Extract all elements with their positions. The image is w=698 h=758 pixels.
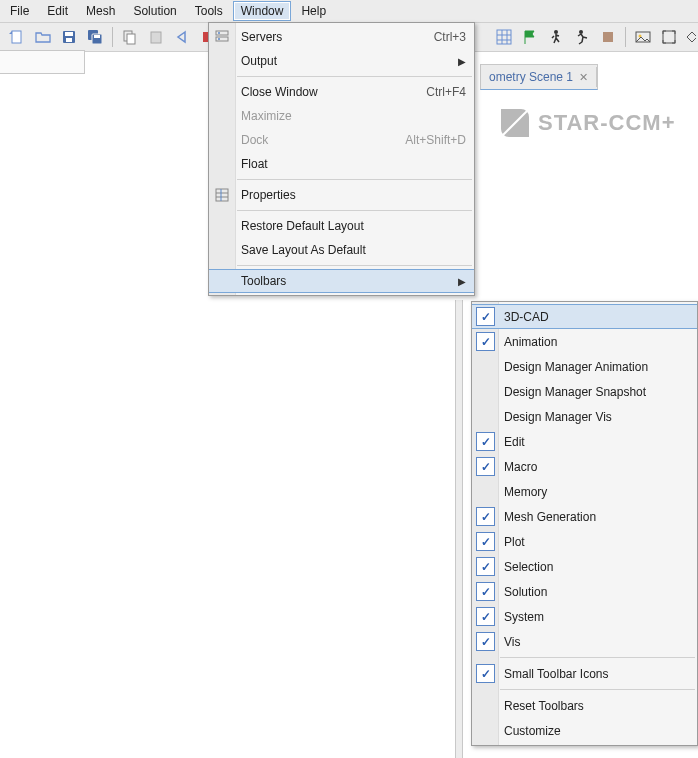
svg-rect-22 bbox=[216, 31, 228, 35]
menu-item-close-window[interactable]: Close WindowCtrl+F4 bbox=[209, 80, 474, 104]
submenu-item-label: Reset Toolbars bbox=[504, 699, 584, 713]
copy-icon[interactable] bbox=[118, 25, 142, 49]
stop-icon[interactable] bbox=[596, 25, 620, 49]
menu-solution[interactable]: Solution bbox=[125, 1, 184, 21]
submenu-item-label: Vis bbox=[504, 635, 520, 649]
submenu-item-label: Customize bbox=[504, 724, 561, 738]
menu-item-properties[interactable]: Properties bbox=[209, 183, 474, 207]
svg-point-17 bbox=[579, 30, 583, 34]
svg-rect-23 bbox=[216, 37, 228, 41]
svg-point-16 bbox=[554, 30, 558, 34]
menu-item-output[interactable]: Output▶ bbox=[209, 49, 474, 73]
toolbar-option-macro[interactable]: ✓Macro bbox=[472, 454, 697, 479]
menu-item-label: Toolbars bbox=[241, 274, 286, 288]
menu-separator bbox=[500, 657, 695, 658]
toolbar-option-mesh-generation[interactable]: ✓Mesh Generation bbox=[472, 504, 697, 529]
new-file-icon[interactable] bbox=[5, 25, 29, 49]
save-icon[interactable] bbox=[57, 25, 81, 49]
chevron-right-icon: ▶ bbox=[458, 56, 466, 67]
toolbar-option-design-manager-vis[interactable]: Design Manager Vis bbox=[472, 404, 697, 429]
close-icon[interactable]: ✕ bbox=[579, 71, 588, 84]
menu-item-dock: DockAlt+Shift+D bbox=[209, 128, 474, 152]
toolbar-option-memory[interactable]: Memory bbox=[472, 479, 697, 504]
submenu-item-label: Small Toolbar Icons bbox=[504, 667, 609, 681]
toolbar-option-reset-toolbars[interactable]: Reset Toolbars bbox=[472, 693, 697, 718]
toolbar-option-animation[interactable]: ✓Animation bbox=[472, 329, 697, 354]
grid-icon[interactable] bbox=[492, 25, 516, 49]
menu-item-maximize: Maximize bbox=[209, 104, 474, 128]
toolbar-option-vis[interactable]: ✓Vis bbox=[472, 629, 697, 654]
menu-item-shortcut: Alt+Shift+D bbox=[405, 133, 466, 147]
menu-item-label: Float bbox=[241, 157, 268, 171]
menu-item-save-layout-as-default[interactable]: Save Layout As Default bbox=[209, 238, 474, 262]
save-all-icon[interactable] bbox=[83, 25, 107, 49]
menu-item-servers[interactable]: ServersCtrl+3 bbox=[209, 25, 474, 49]
toolbar-option-small-toolbar-icons[interactable]: ✓Small Toolbar Icons bbox=[472, 661, 697, 686]
flag-icon[interactable] bbox=[518, 25, 542, 49]
check-icon: ✓ bbox=[476, 532, 495, 551]
scene-tabbar: ometry Scene 1 ✕ bbox=[480, 64, 598, 90]
fullscreen-icon[interactable] bbox=[657, 25, 681, 49]
toolbar-option-3d-cad[interactable]: ✓3D-CAD bbox=[472, 304, 697, 329]
menu-window[interactable]: Window bbox=[233, 1, 292, 21]
menu-item-float[interactable]: Float bbox=[209, 152, 474, 176]
submenu-item-label: Solution bbox=[504, 585, 547, 599]
menu-tools[interactable]: Tools bbox=[187, 1, 231, 21]
svg-rect-26 bbox=[216, 189, 228, 201]
toolbar-right-cluster bbox=[487, 23, 698, 51]
check-icon: ✓ bbox=[476, 332, 495, 351]
menu-separator bbox=[500, 689, 695, 690]
svg-rect-11 bbox=[497, 30, 511, 44]
menu-item-shortcut: Ctrl+F4 bbox=[426, 85, 466, 99]
menu-item-toolbars[interactable]: Toolbars▶ bbox=[209, 269, 474, 293]
menu-item-shortcut: Ctrl+3 bbox=[434, 30, 466, 44]
properties-icon bbox=[213, 186, 231, 204]
starccm-logo: STAR-CCM+ bbox=[500, 108, 676, 138]
submenu-item-label: System bbox=[504, 610, 544, 624]
submenu-item-label: Memory bbox=[504, 485, 547, 499]
submenu-item-label: Design Manager Snapshot bbox=[504, 385, 646, 399]
paste-icon[interactable] bbox=[144, 25, 168, 49]
servers-icon bbox=[213, 28, 231, 46]
menu-edit[interactable]: Edit bbox=[39, 1, 76, 21]
chevron-right-icon: ▶ bbox=[458, 276, 466, 287]
toolbar-separator bbox=[112, 27, 113, 47]
open-folder-icon[interactable] bbox=[31, 25, 55, 49]
toolbar-option-plot[interactable]: ✓Plot bbox=[472, 529, 697, 554]
menu-file[interactable]: File bbox=[2, 1, 37, 21]
sidebar-tab-stub[interactable] bbox=[0, 50, 85, 74]
svg-rect-18 bbox=[603, 32, 613, 42]
walk-icon[interactable] bbox=[544, 25, 568, 49]
menu-separator bbox=[237, 76, 472, 77]
menu-item-label: Properties bbox=[241, 188, 296, 202]
svg-rect-6 bbox=[94, 35, 100, 38]
toolbar-option-design-manager-snapshot[interactable]: Design Manager Snapshot bbox=[472, 379, 697, 404]
menu-help[interactable]: Help bbox=[293, 1, 334, 21]
menu-item-label: Maximize bbox=[241, 109, 292, 123]
logo-text: STAR-CCM+ bbox=[538, 110, 676, 136]
toolbar-option-customize[interactable]: Customize bbox=[472, 718, 697, 743]
run-icon[interactable] bbox=[570, 25, 594, 49]
toolbar-option-selection[interactable]: ✓Selection bbox=[472, 554, 697, 579]
menu-mesh[interactable]: Mesh bbox=[78, 1, 123, 21]
menubar: FileEditMeshSolutionToolsWindowHelp bbox=[0, 0, 698, 23]
crop-icon[interactable] bbox=[683, 25, 697, 49]
toolbar-option-solution[interactable]: ✓Solution bbox=[472, 579, 697, 604]
toolbar-option-system[interactable]: ✓System bbox=[472, 604, 697, 629]
menu-separator bbox=[237, 179, 472, 180]
check-icon: ✓ bbox=[476, 307, 495, 326]
svg-rect-21 bbox=[663, 31, 675, 43]
toolbar-option-design-manager-animation[interactable]: Design Manager Animation bbox=[472, 354, 697, 379]
submenu-item-label: 3D-CAD bbox=[504, 310, 549, 324]
toolbars-submenu: ✓3D-CAD✓AnimationDesign Manager Animatio… bbox=[471, 301, 698, 746]
submenu-item-label: Mesh Generation bbox=[504, 510, 596, 524]
menu-item-restore-default-layout[interactable]: Restore Default Layout bbox=[209, 214, 474, 238]
scene-tab-geometry[interactable]: ometry Scene 1 ✕ bbox=[481, 67, 597, 87]
prev-icon[interactable] bbox=[170, 25, 194, 49]
submenu-item-label: Animation bbox=[504, 335, 557, 349]
menu-item-label: Dock bbox=[241, 133, 268, 147]
toolbar-option-edit[interactable]: ✓Edit bbox=[472, 429, 697, 454]
picture-icon[interactable] bbox=[631, 25, 655, 49]
menu-separator bbox=[237, 265, 472, 266]
submenu-item-label: Plot bbox=[504, 535, 525, 549]
